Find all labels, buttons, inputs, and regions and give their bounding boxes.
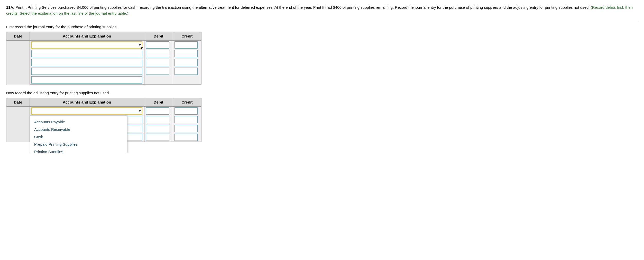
- debit-cell-2-1: [144, 107, 173, 116]
- credit-input-1-1[interactable]: [174, 41, 198, 49]
- debit-cell-1-3: [144, 58, 173, 67]
- dropdown-option-accounts-receivable[interactable]: Accounts Receivable: [30, 126, 127, 133]
- col-header-date-2: Date: [6, 98, 30, 107]
- dropdown-option-printing-supplies[interactable]: Printing Supplies: [30, 148, 127, 153]
- credit-cell-1-3: [173, 58, 201, 67]
- section2-label: Now record the adjusting entry for print…: [6, 91, 638, 95]
- table-row: Accounts Payable Accounts Receivable Cas…: [6, 107, 201, 116]
- credit-input-2-4[interactable]: [174, 134, 198, 141]
- debit-input-1-3[interactable]: [146, 59, 169, 66]
- col-header-credit-2: Credit: [173, 98, 201, 107]
- credit-cell-1-4: [173, 67, 201, 76]
- divider: [6, 21, 638, 21]
- date-cell-1: [6, 41, 30, 85]
- table-row: [6, 67, 201, 76]
- acct-cell-1-2: [30, 49, 144, 58]
- dropdown-option-prepaid-printing-supplies[interactable]: Prepaid Printing Supplies: [30, 141, 127, 148]
- debit-cell-2-2: [144, 115, 173, 124]
- col-header-debit-1: Debit: [144, 32, 173, 41]
- section1-label: First record the journal entry for the p…: [6, 25, 638, 29]
- table-row: [6, 49, 201, 58]
- acct-cell-1-4: [30, 67, 144, 76]
- problem-text: 11A. Print It Printing Services purchase…: [6, 5, 638, 16]
- col-header-date-1: Date: [6, 32, 30, 41]
- debit-cell-2-3: [144, 124, 173, 133]
- journal-table-2-container: Date Accounts and Explanation Debit Cred…: [6, 98, 638, 142]
- acct-dropdown-1-1[interactable]: [31, 41, 142, 49]
- acct-cell-1-1: ▼: [30, 41, 144, 50]
- credit-input-1-3[interactable]: [174, 59, 198, 66]
- debit-input-1-2[interactable]: [146, 50, 169, 57]
- debit-input-1-4[interactable]: [146, 68, 169, 75]
- credit-cell-1-1: [173, 41, 201, 50]
- journal-table-1-container: Date Accounts and Explanation Debit Cred…: [6, 32, 638, 85]
- credit-cell-2-2: [173, 115, 201, 124]
- debit-cell-1-5: [144, 76, 173, 85]
- credit-input-2-2[interactable]: [174, 116, 198, 123]
- credit-input-2-3[interactable]: [174, 125, 198, 132]
- debit-cell-1-1: [144, 41, 173, 50]
- acct-cell-1-3: [30, 58, 144, 67]
- debit-input-2-2[interactable]: [146, 116, 169, 123]
- acct-input-1-2[interactable]: [31, 50, 142, 57]
- dropdown-popup-2: Accounts Payable Accounts Receivable Cas…: [30, 115, 127, 153]
- journal-table-1: Date Accounts and Explanation Debit Cred…: [6, 32, 201, 85]
- col-header-credit-1: Credit: [173, 32, 201, 41]
- acct-cell-2-1: Accounts Payable Accounts Receivable Cas…: [30, 107, 144, 116]
- credit-input-2-1[interactable]: [174, 107, 198, 115]
- dropdown-option-cash[interactable]: Cash: [30, 133, 127, 141]
- credit-cell-1-2: [173, 49, 201, 58]
- dropdown-option-accounts-payable[interactable]: Accounts Payable: [30, 118, 127, 126]
- debit-input-2-3[interactable]: [146, 125, 169, 132]
- credit-input-1-2[interactable]: [174, 50, 198, 57]
- date-cell-2: [6, 107, 30, 142]
- credit-cell-1-5: [173, 76, 201, 85]
- debit-cell-1-4: [144, 67, 173, 76]
- table-row: [6, 76, 201, 85]
- credit-cell-2-4: [173, 133, 201, 142]
- debit-cell-1-2: [144, 49, 173, 58]
- dropdown-wrapper-1-1: ▼: [31, 41, 142, 49]
- table-row: ▼: [6, 41, 201, 50]
- col-header-accounts-2: Accounts and Explanation: [30, 98, 144, 107]
- acct-cell-1-5: [30, 76, 144, 85]
- journal-table-2: Date Accounts and Explanation Debit Cred…: [6, 98, 201, 142]
- credit-input-1-4[interactable]: [174, 68, 198, 75]
- dropdown-wrapper-2-1: [31, 107, 142, 115]
- debit-input-2-4[interactable]: [146, 134, 169, 141]
- debit-cell-2-4: [144, 133, 173, 142]
- acct-input-1-3[interactable]: [31, 59, 142, 66]
- col-header-accounts-1: Accounts and Explanation: [30, 32, 144, 41]
- debit-input-2-1[interactable]: [146, 107, 169, 115]
- problem-body: Print It Printing Services purchased $4,…: [15, 5, 590, 10]
- acct-dropdown-2-1[interactable]: [31, 107, 142, 115]
- col-header-debit-2: Debit: [144, 98, 173, 107]
- table-row: [6, 58, 201, 67]
- credit-cell-2-3: [173, 124, 201, 133]
- acct-input-1-5[interactable]: [31, 76, 142, 83]
- debit-input-1-1[interactable]: [146, 41, 169, 49]
- credit-cell-2-1: [173, 107, 201, 116]
- acct-input-1-4[interactable]: [31, 68, 142, 75]
- problem-number: 11A.: [6, 5, 14, 10]
